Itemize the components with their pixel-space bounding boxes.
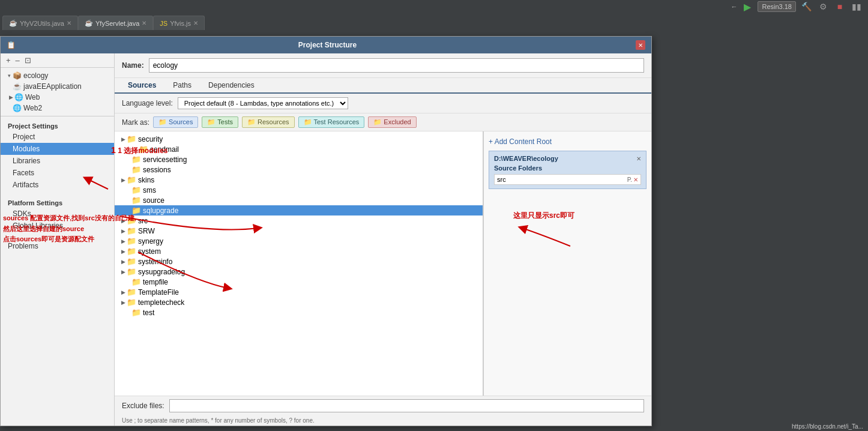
top-bar: ← ▶ Resin3.18 🔨 ⚙ ■ ▮▮ (0, 0, 868, 13)
tab-close[interactable]: ✕ (67, 20, 71, 26)
editor-tabs: ☕ YfyV2Utils.java ✕ ☕ YfyServlet.java ✕ … (0, 13, 868, 30)
tab-label: YfyV2Utils.java (20, 20, 64, 27)
more-icon[interactable]: ▮▮ (850, 0, 863, 13)
settings-icon[interactable]: ⚙ (816, 0, 830, 13)
run-button[interactable]: ▶ (741, 0, 754, 13)
tab-yfyservlet[interactable]: ☕ YfyServlet.java ✕ (78, 16, 153, 30)
tab-yfvis[interactable]: JS Yfvis.js ✕ (153, 16, 205, 30)
tab-label2: YfyServlet.java (95, 20, 139, 27)
top-bar-right: ← ▶ Resin3.18 🔨 ⚙ ■ ▮▮ (731, 0, 863, 13)
java-icon: ☕ (9, 19, 17, 27)
tab-close2[interactable]: ✕ (142, 20, 146, 26)
resin-dropdown[interactable]: Resin3.18 (758, 1, 796, 12)
back-icon[interactable]: ← (731, 3, 737, 10)
stop-icon[interactable]: ■ (833, 0, 846, 13)
java-icon2: ☕ (85, 19, 93, 27)
tab-close3[interactable]: ✕ (193, 20, 198, 26)
tab-label3: Yfvis.js (170, 20, 191, 27)
js-icon: JS (160, 20, 167, 27)
build-icon[interactable]: 🔨 (800, 0, 813, 13)
tab-yfyv2utils[interactable]: ☕ YfyV2Utils.java ✕ (2, 16, 78, 30)
